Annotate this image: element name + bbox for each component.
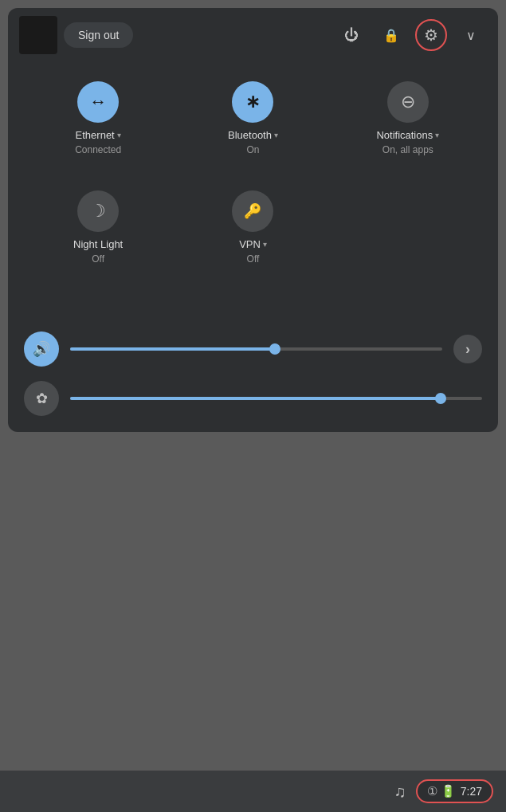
brightness-slider-row: ✿ [24,381,482,416]
night-light-tile[interactable]: ☽ Night Light Off [21,178,175,274]
bluetooth-sublabel: On [246,144,259,155]
vpn-sublabel: Off [247,253,260,265]
notifications-icon: ⊖ [401,92,415,112]
volume-button[interactable]: 🔊 [24,331,59,367]
volume-icon: 🔊 [33,340,50,358]
notifications-sublabel: On, all apps [382,144,433,155]
volume-slider-row: 🔊 › [24,331,482,367]
night-light-label: Night Light [73,238,123,250]
expand-icon: › [465,341,470,358]
ethernet-icon-bg: ↔ [77,81,119,123]
volume-slider-container[interactable] [70,347,442,351]
brightness-slider-container[interactable] [70,397,482,400]
bluetooth-label: Bluetooth ▾ [228,129,278,141]
lock-icon: 🔒 [383,28,399,43]
sliders-section: 🔊 › ✿ [8,319,498,432]
notification-badge-icon: ① [427,784,437,798]
brightness-button[interactable]: ✿ [24,381,59,416]
bluetooth-icon-bg: ∗ [232,81,273,123]
header-icons: 🔒 ∨ [335,19,487,51]
bluetooth-tile[interactable]: ∗ Bluetooth ▾ On [175,69,330,165]
bluetooth-dropdown-arrow: ▾ [274,131,278,139]
volume-thumb[interactable] [269,343,280,355]
brightness-fill [70,397,441,400]
power-icon [344,27,359,44]
night-light-icon: ☽ [90,201,106,222]
battery-icon: 🔋 [441,784,456,798]
bluetooth-label-text: Bluetooth [228,129,272,141]
spacer [8,287,498,319]
notifications-icon-bg: ⊖ [387,81,429,123]
notifications-dropdown-arrow: ▾ [435,131,439,139]
settings-button[interactable] [415,19,447,51]
taskbar-time: 7:27 [461,785,482,798]
quick-settings-panel: Sign out 🔒 ∨ ↔ [8,8,498,432]
vpn-icon-bg: 🔑 [232,190,273,232]
settings-icon [424,25,438,45]
ethernet-label-text: Ethernet [76,129,115,141]
vpn-tile[interactable]: 🔑 VPN ▾ Off [175,178,330,274]
tiles-grid-row1: ↔ Ethernet ▾ Connected ∗ Bluetooth ▾ On [8,62,498,178]
sign-out-button[interactable]: Sign out [64,22,133,48]
vpn-icon: 🔑 [244,202,261,220]
lock-button[interactable]: 🔒 [375,19,407,51]
vpn-dropdown-arrow: ▾ [263,240,267,249]
taskbar-status-icons: ① 🔋 [427,784,456,798]
taskbar: ♫ ① 🔋 7:27 [0,771,506,812]
panel-wrapper: Sign out 🔒 ∨ ↔ [0,0,506,812]
taskbar-status-group[interactable]: ① 🔋 7:27 [416,779,493,803]
power-button[interactable] [335,19,367,51]
tiles-grid-row2: ☽ Night Light Off 🔑 VPN ▾ Off [8,178,498,287]
bluetooth-icon: ∗ [245,92,260,112]
brightness-track [70,397,482,400]
night-light-label-text: Night Light [73,238,123,250]
brightness-thumb[interactable] [435,393,446,404]
volume-fill [70,347,275,351]
ethernet-tile[interactable]: ↔ Ethernet ▾ Connected [21,69,175,165]
night-light-icon-bg: ☽ [77,190,119,232]
volume-track [70,347,442,351]
header-row: Sign out 🔒 ∨ [8,8,498,62]
vpn-label: VPN ▾ [239,238,267,250]
ethernet-label: Ethernet ▾ [76,129,121,141]
chevron-down-icon: ∨ [466,28,476,43]
night-light-sublabel: Off [92,253,104,265]
ethernet-icon: ↔ [89,92,107,112]
vpn-label-text: VPN [239,238,261,250]
avatar [19,16,57,54]
collapse-button[interactable]: ∨ [455,19,487,51]
notifications-tile[interactable]: ⊖ Notifications ▾ On, all apps [331,69,485,165]
music-icon[interactable]: ♫ [394,783,406,801]
ethernet-sublabel: Connected [75,144,121,155]
brightness-icon: ✿ [36,390,48,407]
volume-expand-button[interactable]: › [453,335,482,363]
notifications-label-text: Notifications [376,129,433,141]
ethernet-dropdown-arrow: ▾ [117,131,121,139]
empty-tile [331,178,485,274]
notifications-label: Notifications ▾ [376,129,439,141]
